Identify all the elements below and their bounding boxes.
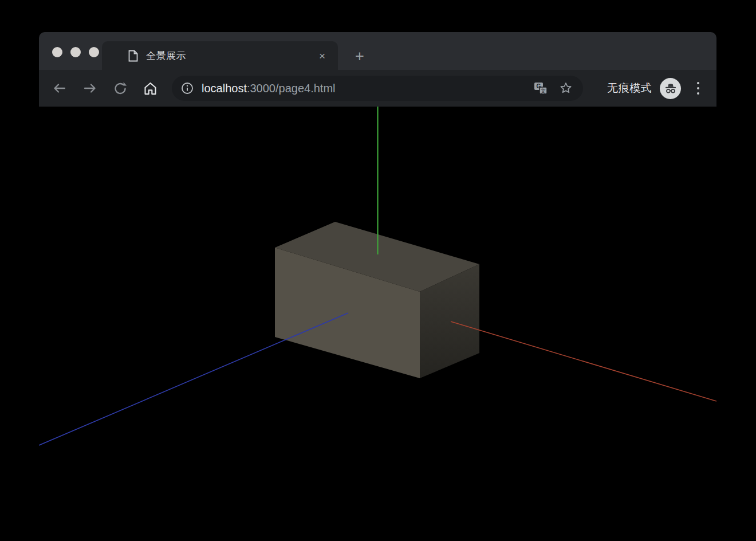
new-tab-button[interactable]: + — [351, 48, 368, 65]
incognito-avatar[interactable] — [660, 78, 681, 99]
incognito-icon — [663, 81, 678, 96]
tab-strip: 全景展示 × + — [39, 32, 716, 70]
forward-arrow-icon — [82, 81, 97, 96]
tab-title: 全景展示 — [146, 49, 319, 62]
window-close-button[interactable] — [52, 47, 62, 57]
page-content — [39, 107, 716, 541]
x-axis-line — [451, 322, 716, 401]
url-text[interactable]: localhost:3000/page4.html — [202, 82, 534, 95]
back-arrow-icon — [52, 81, 67, 96]
url-host: localhost — [202, 82, 247, 95]
menu-dot — [697, 82, 699, 84]
toolbar-right-section: 无痕模式 — [607, 70, 708, 107]
tab-close-icon[interactable]: × — [319, 50, 325, 61]
translate-icon[interactable]: G 文 — [534, 81, 548, 95]
active-tab[interactable]: 全景展示 × — [102, 41, 338, 70]
url-path: :3000/page4.html — [247, 82, 336, 95]
forward-button[interactable] — [81, 80, 99, 97]
svg-text:文: 文 — [541, 88, 546, 94]
site-info-icon[interactable] — [181, 82, 194, 95]
browser-window: 全景展示 × + — [39, 32, 716, 541]
browser-menu-button[interactable] — [692, 82, 704, 95]
back-button[interactable] — [51, 80, 68, 97]
window-controls — [52, 47, 99, 57]
home-button[interactable] — [141, 80, 159, 97]
3d-scene-canvas[interactable] — [39, 107, 716, 541]
window-minimize-button[interactable] — [70, 47, 81, 57]
browser-toolbar: localhost:3000/page4.html G 文 无痕模式 — [39, 70, 716, 107]
bookmark-star-icon[interactable] — [559, 81, 573, 95]
address-bar[interactable]: localhost:3000/page4.html G 文 — [172, 76, 583, 101]
incognito-mode-label: 无痕模式 — [607, 81, 652, 96]
menu-dot — [697, 87, 699, 89]
menu-dot — [697, 92, 699, 95]
window-zoom-button[interactable] — [89, 47, 99, 57]
reload-icon — [113, 81, 128, 96]
reload-button[interactable] — [112, 80, 129, 97]
page-favicon-icon — [128, 50, 138, 62]
z-axis-line — [39, 313, 348, 445]
home-icon — [143, 81, 158, 96]
